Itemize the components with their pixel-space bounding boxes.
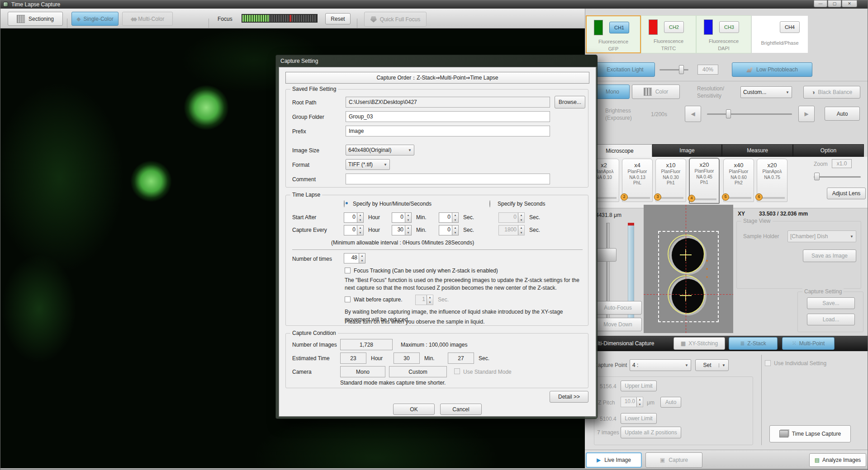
channel-ch4[interactable]: CH4 Brightfield/Phase [751, 15, 808, 53]
spinner-arrows-icon[interactable]: ▲▼ [636, 397, 643, 407]
adjust-lens-button[interactable]: Adjust Lens [827, 188, 866, 199]
every-hour-spinner[interactable]: 0▲▼ [344, 225, 364, 235]
update-z-positions-button[interactable]: Update all Z positions [621, 427, 681, 438]
exposure-increase-button[interactable]: ▶ [798, 106, 815, 122]
zoom-slider-handle[interactable] [814, 173, 820, 180]
excitation-slider-handle[interactable] [679, 65, 684, 74]
resolution-dropdown[interactable]: Custom... ▼ [740, 86, 792, 98]
start-total-sec-spinner[interactable]: 0▲▼ [498, 212, 525, 223]
lens-x10[interactable]: x10PlanFluorNA 0.30Ph1 3 [655, 159, 686, 202]
lens-x20-selected[interactable]: x20PlanFluorNA 0.45Ph1 4 [689, 158, 720, 204]
cancel-button[interactable]: Cancel [440, 404, 482, 415]
every-total-sec-spinner[interactable]: 1800▲▼ [498, 225, 525, 235]
channel-ch1[interactable]: CH1 Fluorescence GFP [586, 15, 641, 53]
ch2-button[interactable]: CH2 [664, 21, 684, 33]
every-sec-spinner[interactable]: 0▲▼ [439, 225, 459, 235]
start-hour-spinner[interactable]: 0▲▼ [344, 212, 364, 223]
low-photobleach-button[interactable]: Low Photobleach [732, 62, 812, 77]
number-of-times-spinner[interactable]: 48▲▼ [344, 253, 365, 263]
capture-setting-load-button[interactable]: Load... [807, 314, 855, 325]
live-image-button[interactable]: ▶ Live Image [586, 452, 642, 468]
mono-button[interactable]: Mono [595, 85, 630, 99]
multi-point-button[interactable]: ⁙ Multi-Point [782, 337, 835, 350]
start-min-spinner[interactable]: 0▲▼ [392, 212, 412, 223]
maximize-button[interactable]: ▢ [828, 0, 841, 7]
specify-seconds-radio[interactable] [489, 200, 490, 207]
focus-meter[interactable] [242, 14, 318, 23]
dialog-titlebar[interactable]: Capture Setting [276, 55, 597, 67]
spinner-arrows-icon[interactable]: ▲▼ [357, 226, 363, 235]
upper-limit-button[interactable]: Upper Limit [621, 381, 657, 391]
single-color-button[interactable]: ◆ Single-Color [71, 12, 119, 26]
group-folder-field[interactable]: Group_03 [346, 111, 550, 122]
excitation-light-button[interactable]: Excitation Light [595, 62, 655, 77]
spinner-arrows-icon[interactable]: ▲▼ [357, 213, 363, 222]
close-button[interactable]: ✕ [842, 0, 857, 7]
root-path-field[interactable]: C:\Users\BZX\Desktop\0427 [346, 97, 550, 108]
exposure-decrease-button[interactable]: ◀ [685, 106, 701, 122]
use-individual-setting-checkbox[interactable] [765, 360, 771, 366]
exposure-slider-handle[interactable] [726, 109, 731, 118]
spinner-arrows-icon[interactable]: ▲▼ [405, 226, 411, 235]
tab-option[interactable]: Option [793, 144, 864, 157]
spinner-arrows-icon[interactable]: ▲▼ [405, 213, 411, 222]
save-as-image-button[interactable]: Save as Image [803, 249, 856, 262]
wait-seconds-spinner[interactable]: 1▲▼ [415, 295, 433, 305]
lens-x4[interactable]: x4PlanFluorNA 0.13PhL 2 [622, 159, 653, 202]
image-size-dropdown[interactable]: 640x480(Original) ▼ [346, 145, 414, 155]
move-down-button[interactable]: Move Down [594, 318, 642, 331]
black-balance-button[interactable]: ◑ Black Balance [803, 86, 860, 99]
use-standard-mode-checkbox[interactable] [454, 368, 460, 374]
z-stack-button[interactable]: ≣ Z-Stack [729, 337, 778, 350]
capture-button[interactable]: ▣ Capture [645, 452, 702, 468]
lower-limit-button[interactable]: Lower Limit [621, 413, 657, 424]
z-pitch-auto-button[interactable]: Auto [660, 397, 681, 408]
start-sec-spinner[interactable]: 0▲▼ [439, 212, 459, 223]
sample-holder-dropdown[interactable]: [Chamber] Dish ▼ [787, 230, 856, 242]
spinner-arrows-icon[interactable]: ▲▼ [452, 213, 458, 222]
auto-focus-button[interactable]: Auto-Focus [594, 301, 642, 315]
focus-tracking-checkbox[interactable] [345, 268, 351, 273]
channel-ch3[interactable]: CH3 Fluorescence DAPI [696, 15, 751, 53]
tab-image[interactable]: Image [652, 144, 722, 157]
stage-view-map[interactable] [644, 205, 733, 333]
set-button[interactable]: Set ▼ [695, 359, 729, 371]
every-min-spinner[interactable]: 30▲▼ [392, 225, 412, 235]
multi-color-button[interactable]: ◆◆ Multi-Color [122, 12, 173, 26]
tab-measure[interactable]: Measure [722, 144, 793, 157]
z-slider-track[interactable] [606, 223, 610, 331]
ok-button[interactable]: OK [393, 404, 435, 415]
capture-setting-save-button[interactable]: Save... [807, 297, 855, 309]
zoom-slider-track[interactable] [814, 176, 861, 178]
set-dropdown-icon[interactable]: ▼ [719, 363, 728, 367]
ch1-button[interactable]: CH1 [609, 22, 629, 33]
auto-exposure-button[interactable]: Auto [825, 107, 860, 121]
browse-button[interactable]: Browse... [555, 96, 585, 108]
z-slider-handle[interactable] [597, 248, 617, 262]
minimize-button[interactable]: — [814, 0, 827, 7]
wait-before-capture-checkbox[interactable] [345, 296, 351, 302]
lens-x20b[interactable]: x20PlanApoλNA 0.75 6 [757, 159, 787, 202]
detail-button[interactable]: Detail >> [550, 391, 588, 403]
excitation-slider-track[interactable] [659, 69, 688, 70]
z-pitch-spinner[interactable]: 10.0 ▲▼ [621, 397, 643, 407]
lens-x40[interactable]: x40PlanFluorNA 0.60Ph2 5 [723, 159, 754, 202]
comment-field[interactable] [346, 174, 550, 184]
time-lapse-capture-button[interactable]: Time Lapse Capture [769, 425, 851, 442]
channel-ch2[interactable]: CH2 Fluorescence TRITC [641, 15, 696, 53]
analyze-images-button[interactable]: ▤ Analyze Images [809, 453, 866, 467]
capture-point-dropdown[interactable]: 4 : ▼ [630, 359, 691, 371]
color-button[interactable]: Color [632, 85, 680, 99]
exposure-slider-track[interactable] [707, 113, 792, 115]
quick-full-focus-button[interactable]: Quick Full Focus [364, 12, 427, 27]
ch4-button[interactable]: CH4 [780, 21, 800, 33]
ch3-button[interactable]: CH3 [719, 21, 739, 33]
spinner-arrows-icon[interactable]: ▲▼ [359, 254, 365, 263]
specify-hms-radio[interactable] [344, 200, 345, 207]
reset-button[interactable]: Reset [325, 13, 351, 24]
prefix-field[interactable]: Image [346, 126, 550, 136]
format-dropdown[interactable]: TIFF (*.tif) ▼ [346, 159, 390, 170]
spinner-arrows-icon[interactable]: ▲▼ [452, 226, 458, 235]
sectioning-button[interactable]: Sectioning [8, 12, 63, 26]
xy-stitching-button[interactable]: ▦ XY-Stitching [674, 337, 725, 350]
